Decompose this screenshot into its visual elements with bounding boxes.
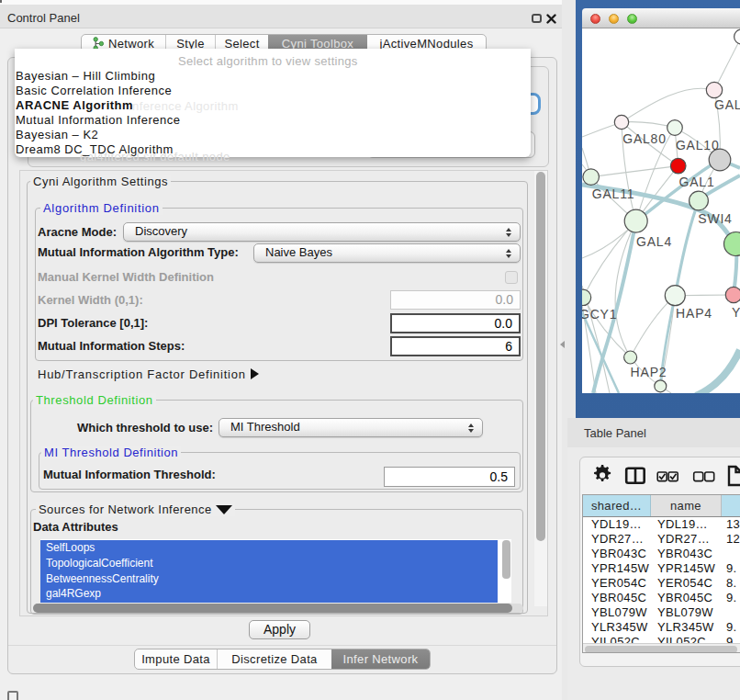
svg-text:GAL10: GAL10 [676,138,720,152]
svg-text:GAL4: GAL4 [636,234,672,249]
svg-text:SWI4: SWI4 [698,211,732,226]
svg-text:GAL1: GAL1 [679,175,715,189]
svg-text:HAP2: HAP2 [631,365,667,379]
svg-text:GAL80: GAL80 [622,131,667,146]
svg-text:GAL7: GAL7 [714,97,740,112]
svg-text:GAL11: GAL11 [592,186,635,201]
svg-text:YJ: YJ [732,305,740,320]
svg-text:HAP4: HAP4 [676,306,712,321]
svg-text:GCY1: GCY1 [582,307,617,322]
